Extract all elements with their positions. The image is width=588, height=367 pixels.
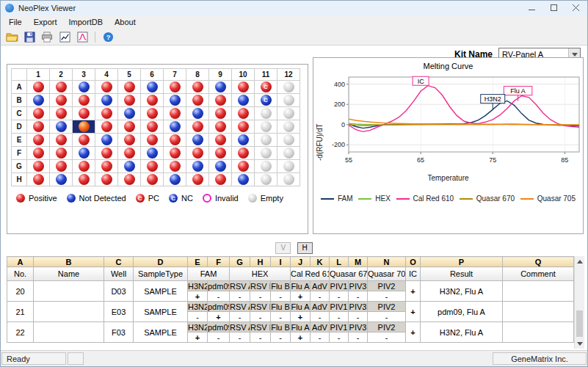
well-F10[interactable] — [232, 147, 254, 159]
minimize-button[interactable] — [521, 1, 543, 15]
well-A12[interactable] — [277, 81, 300, 93]
well-A04[interactable] — [95, 81, 117, 93]
well-F09[interactable] — [209, 147, 231, 159]
well-F08[interactable] — [186, 147, 208, 159]
cell-value[interactable]: - — [250, 291, 271, 302]
cell-value[interactable]: - — [330, 312, 349, 322]
well-C04[interactable] — [95, 107, 117, 120]
well-B06[interactable] — [141, 94, 163, 106]
cell-value[interactable]: - — [230, 291, 250, 302]
cell-value[interactable]: - — [250, 333, 271, 343]
cell-value[interactable]: - — [311, 291, 330, 302]
well-F04[interactable] — [95, 147, 117, 159]
well-H07[interactable] — [164, 173, 186, 186]
cell-value[interactable]: - — [208, 333, 230, 343]
well-A11[interactable]: C — [255, 81, 277, 93]
horizontal-view-button[interactable]: H — [297, 242, 313, 254]
well-H04[interactable] — [95, 173, 117, 186]
well-H01[interactable] — [27, 173, 49, 186]
cell-name[interactable] — [34, 322, 104, 343]
cell-sampletype[interactable]: SAMPLE — [134, 322, 188, 343]
cell-name[interactable] — [34, 281, 104, 302]
well-F06[interactable] — [141, 147, 163, 159]
cell-value[interactable]: - — [368, 312, 406, 322]
menu-item-importdb[interactable]: ImportDB — [63, 16, 109, 28]
cell-no[interactable]: 21 — [7, 302, 34, 322]
well-C07[interactable] — [164, 107, 186, 120]
close-button[interactable] — [565, 1, 587, 15]
well-H02[interactable] — [50, 173, 72, 186]
save-button[interactable] — [21, 30, 37, 44]
cell-value[interactable]: - — [311, 312, 330, 322]
well-F07[interactable] — [164, 147, 186, 159]
well-G09[interactable] — [209, 160, 231, 172]
well-D11[interactable] — [255, 120, 277, 133]
well-A07[interactable] — [164, 81, 186, 93]
cell-sampletype[interactable]: SAMPLE — [134, 281, 188, 302]
well-B07[interactable] — [164, 94, 186, 106]
well-E04[interactable] — [95, 134, 117, 146]
well-D07[interactable] — [164, 120, 186, 133]
well-E02[interactable] — [50, 134, 72, 146]
cell-no[interactable]: 20 — [7, 281, 34, 302]
well-B11[interactable]: C — [255, 94, 277, 106]
well-B10[interactable] — [232, 94, 254, 106]
well-D09[interactable] — [209, 120, 231, 133]
well-E05[interactable] — [118, 134, 140, 146]
well-A01[interactable] — [27, 81, 49, 93]
cell-value[interactable]: + — [291, 291, 311, 302]
cell-well[interactable]: D03 — [104, 281, 134, 302]
cell-well[interactable]: F03 — [104, 322, 134, 343]
cell-comment[interactable] — [503, 322, 574, 343]
well-G12[interactable] — [277, 160, 300, 172]
well-F01[interactable] — [27, 147, 49, 159]
well-A10[interactable] — [232, 81, 254, 93]
scrollbar-thumb[interactable] — [576, 310, 583, 337]
well-A05[interactable] — [118, 81, 140, 93]
well-B04[interactable] — [95, 94, 117, 106]
well-E12[interactable] — [277, 134, 300, 146]
cell-name[interactable] — [34, 302, 104, 322]
title-bar[interactable]: NeoPlex Viewer — [1, 1, 587, 15]
well-C03[interactable] — [73, 107, 95, 120]
well-G07[interactable] — [164, 160, 186, 172]
well-E08[interactable] — [186, 134, 208, 146]
cell-value[interactable]: - — [368, 333, 406, 343]
well-C05[interactable] — [118, 107, 140, 120]
cell-value[interactable]: + — [291, 312, 311, 322]
cell-comment[interactable] — [503, 281, 574, 302]
well-C10[interactable] — [232, 107, 254, 120]
cell-value[interactable]: + — [188, 333, 208, 343]
cell-value[interactable]: - — [349, 312, 368, 322]
cell-no[interactable]: 22 — [7, 322, 34, 343]
cell-value[interactable]: - — [230, 333, 250, 343]
well-H11[interactable] — [255, 173, 277, 186]
menu-item-about[interactable]: About — [109, 16, 142, 28]
table-vertical-scrollbar[interactable] — [574, 256, 584, 349]
well-D12[interactable] — [277, 120, 300, 133]
maximize-button[interactable] — [543, 1, 565, 15]
well-C06[interactable] — [141, 107, 163, 120]
cell-value[interactable]: - — [349, 291, 368, 302]
well-D01[interactable] — [27, 120, 49, 133]
cell-result[interactable]: H3N2, Flu A — [421, 322, 503, 343]
well-C11[interactable] — [255, 107, 277, 120]
scroll-up-button[interactable] — [575, 256, 584, 266]
well-F05[interactable] — [118, 147, 140, 159]
well-B08[interactable] — [186, 94, 208, 106]
well-E03[interactable] — [73, 134, 95, 146]
well-E10[interactable] — [232, 134, 254, 146]
well-D04[interactable] — [95, 120, 117, 133]
well-H08[interactable] — [186, 173, 208, 186]
well-A02[interactable] — [50, 81, 72, 93]
well-D08[interactable] — [186, 120, 208, 133]
cell-value[interactable]: - — [330, 291, 349, 302]
well-D02[interactable] — [50, 120, 72, 133]
cell-value[interactable]: - — [368, 291, 406, 302]
cell-value[interactable]: + — [291, 333, 311, 343]
cell-value[interactable]: - — [271, 312, 291, 322]
well-F11[interactable] — [255, 147, 277, 159]
well-C09[interactable] — [209, 107, 231, 120]
well-D05[interactable] — [118, 120, 140, 133]
well-B01[interactable] — [27, 94, 49, 106]
